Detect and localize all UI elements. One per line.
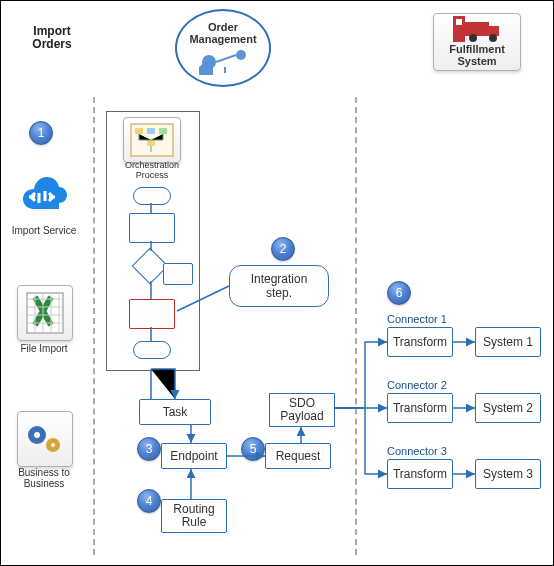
import-service-label: Import Service xyxy=(9,225,79,236)
orchestration-icon xyxy=(129,122,175,158)
svg-point-9 xyxy=(489,34,497,42)
svg-rect-5 xyxy=(456,19,462,25)
step-2-badge: 2 xyxy=(271,237,295,261)
truck-icon xyxy=(453,16,501,44)
svg-rect-6 xyxy=(465,22,489,36)
b2b-label: Business to Business xyxy=(9,467,79,489)
svg-point-8 xyxy=(469,34,477,42)
lane-header-order-mgmt: Order Management xyxy=(177,21,269,45)
b2b-icon-box xyxy=(17,411,73,467)
connector-3-system: System 3 xyxy=(475,459,541,489)
task-node: Task xyxy=(139,399,211,425)
svg-point-12 xyxy=(34,432,40,438)
lane-header-fulfillment-box: Fulfillment System xyxy=(433,13,521,71)
spreadsheet-icon xyxy=(25,291,65,335)
flow-start-shape xyxy=(133,187,171,205)
lane-header-fulfillment: Fulfillment System xyxy=(434,44,520,67)
svg-point-14 xyxy=(51,443,55,447)
cloud-icon xyxy=(15,171,71,227)
svg-rect-16 xyxy=(135,128,143,134)
flow-step-red-shape xyxy=(129,299,175,329)
flow-step-1-shape xyxy=(129,213,175,243)
step-5-badge: 5 xyxy=(241,437,265,461)
orchestration-label: Orchestration Process xyxy=(115,161,189,181)
flow-end-shape xyxy=(133,341,171,359)
step-3-badge: 3 xyxy=(137,437,161,461)
gears-icon xyxy=(23,421,67,457)
endpoint-node: Endpoint xyxy=(161,443,227,469)
step-1-badge: 1 xyxy=(29,121,53,145)
svg-rect-19 xyxy=(147,140,155,146)
svg-point-1 xyxy=(236,50,246,60)
connector-3-transform: Transform xyxy=(387,459,453,489)
svg-rect-18 xyxy=(159,128,167,134)
connector-2-title: Connector 2 xyxy=(387,379,447,391)
lane-header-import: Import Orders xyxy=(17,25,87,51)
lane-header-order-mgmt-circle: Order Management xyxy=(175,9,271,87)
order-mgmt-icon xyxy=(195,45,251,75)
file-import-icon-box xyxy=(17,285,73,341)
connector-2-system: System 2 xyxy=(475,393,541,423)
svg-rect-2 xyxy=(199,67,213,75)
file-import-label: File Import xyxy=(9,343,79,354)
connector-1-title: Connector 1 xyxy=(387,313,447,325)
flow-branch-shape xyxy=(163,263,193,285)
step-6-badge: 6 xyxy=(387,281,411,305)
diagram-canvas: Import Orders Order Management Fulfillme… xyxy=(0,0,554,566)
connector-3-title: Connector 3 xyxy=(387,445,447,457)
step-4-badge: 4 xyxy=(137,489,161,513)
request-node: Request xyxy=(265,443,331,469)
connector-2-transform: Transform xyxy=(387,393,453,423)
integration-step-callout: Integration step. xyxy=(229,265,329,307)
lane-divider-1 xyxy=(93,97,95,555)
svg-rect-17 xyxy=(147,128,155,134)
routing-rule-node: Routing Rule xyxy=(161,499,227,533)
connector-1-system: System 1 xyxy=(475,327,541,357)
sdo-payload-node: SDO Payload xyxy=(269,393,335,427)
lane-divider-2 xyxy=(355,97,357,555)
connector-1-transform: Transform xyxy=(387,327,453,357)
orchestration-icon-box xyxy=(123,117,181,163)
